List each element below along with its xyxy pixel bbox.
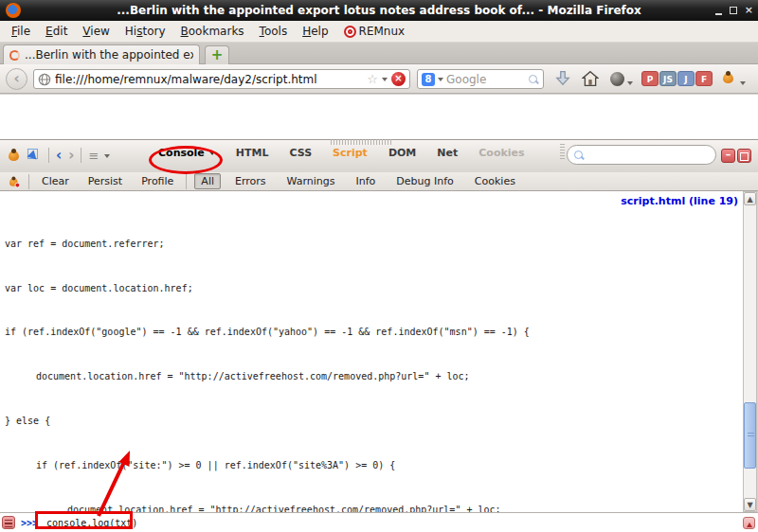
search-input[interactable]: Google: [446, 73, 525, 86]
menu-item[interactable]: Bookmarks: [173, 22, 252, 41]
extension-badge[interactable]: F: [695, 71, 713, 86]
menu-item-remnux[interactable]: REMnux: [336, 22, 413, 41]
firebug-toolbar-buttons: ‹ › ≡: [6, 148, 110, 163]
history-forward-icon[interactable]: ›: [68, 149, 74, 162]
bookmark-star-icon[interactable]: ☆: [367, 73, 378, 85]
identity-dropdown-icon[interactable]: [627, 81, 633, 88]
history-back-icon[interactable]: ‹: [56, 149, 62, 162]
tab-title: ...Berlin with the appointed exp...: [25, 48, 193, 62]
firebug-panel-tab[interactable]: Console: [158, 147, 215, 159]
console-scrollbar[interactable]: ▲ ▼: [743, 191, 757, 512]
panel-list-icon[interactable]: ≡: [88, 149, 98, 163]
console-filter-tabs: All Errors Warnings Info Debug Info Cook…: [194, 173, 522, 189]
code-line: document.location.href = "http://activef…: [5, 371, 626, 382]
tab-loading-spinner-icon: [9, 50, 20, 61]
firebug-detach-button[interactable]: [737, 149, 751, 163]
extension-badge[interactable]: P: [641, 71, 659, 86]
break-on-errors-icon[interactable]: [8, 176, 20, 186]
page-content: [0, 95, 758, 139]
console-filter-tab[interactable]: All: [194, 173, 221, 189]
url-input[interactable]: file:///home/remnux/malware/day2/script.…: [55, 73, 363, 86]
command-line-icon[interactable]: [2, 516, 15, 529]
maximize-window-icon[interactable]: [730, 7, 737, 14]
scroll-down-icon[interactable]: ▼: [744, 498, 756, 511]
console-action-button[interactable]: Clear: [37, 174, 74, 188]
home-icon[interactable]: [582, 70, 599, 87]
console-filter-tab[interactable]: Warnings: [280, 173, 342, 189]
scrollbar-thumb[interactable]: [744, 402, 756, 469]
separator: [28, 174, 29, 189]
search-engine-dropdown-icon[interactable]: [438, 78, 443, 84]
stop-button[interactable]: ×: [391, 72, 406, 86]
console-filter-tab[interactable]: Info: [350, 173, 383, 189]
code-line: if (ref.indexOf("google") == -1 && ref.i…: [5, 327, 626, 338]
back-button[interactable]: ‹: [6, 68, 27, 90]
error-dot-icon: [15, 182, 21, 187]
firebug-panel-tab[interactable]: Script: [333, 147, 368, 159]
panel-resize-grip[interactable]: [331, 139, 393, 145]
console-action-button[interactable]: Persist: [83, 174, 127, 188]
command-input[interactable]: console.log(txt): [46, 518, 137, 528]
firebug-panel-tab[interactable]: Cookies: [478, 147, 524, 159]
close-window-icon[interactable]: ×: [745, 6, 753, 15]
firebug-panel-tab[interactable]: Net: [437, 147, 458, 159]
console-filter-bar: Clear Persist Profile All Errors Warning…: [0, 172, 758, 191]
window-controls: ×: [715, 4, 753, 17]
expand-command-editor-button[interactable]: [743, 517, 755, 529]
code-line: document.location.href = "http://activef…: [5, 505, 626, 512]
url-bar[interactable]: file:///home/remnux/malware/day2/script.…: [33, 69, 410, 89]
toolbar-grip[interactable]: [560, 144, 565, 159]
firefox-logo-icon: [6, 3, 21, 18]
panel-list-dropdown-icon[interactable]: [104, 154, 110, 161]
console-filter-tab[interactable]: Debug Info: [389, 173, 460, 189]
separator: [81, 148, 81, 163]
console-code-block: var ref = document.referrer; var loc = d…: [5, 194, 626, 512]
menu-item[interactable]: Edit: [38, 22, 75, 41]
search-icon: [573, 150, 585, 161]
code-line: var loc = document.location.href;: [5, 283, 626, 294]
inspect-element-icon[interactable]: [27, 149, 42, 163]
separator: [186, 174, 187, 189]
extension-badge[interactable]: J: [677, 71, 695, 86]
search-bar[interactable]: 8 Google: [417, 69, 544, 89]
firebug-dropdown-icon[interactable]: [740, 81, 746, 88]
url-dropdown-icon[interactable]: [382, 78, 388, 84]
menu-item[interactable]: Tools: [252, 22, 296, 41]
remnux-label: REMnux: [359, 25, 406, 38]
code-line: var ref = document.referrer;: [5, 239, 626, 250]
window-title: ...Berlin with the appointed export lotu…: [0, 4, 758, 17]
source-file-link[interactable]: script.html (line 19): [621, 195, 738, 207]
firebug-panel-tab[interactable]: CSS: [289, 147, 312, 159]
firebug-panel-tab[interactable]: DOM: [388, 147, 416, 159]
console-filter-tab[interactable]: Cookies: [468, 173, 522, 189]
downloads-icon[interactable]: [554, 70, 571, 87]
menubar: File Edit View History Bookmarks Tools H…: [0, 21, 758, 43]
identity-globe-icon[interactable]: [610, 72, 624, 86]
command-prompt: >>>: [21, 518, 38, 528]
console-filter-tab[interactable]: Errors: [228, 173, 273, 189]
minimize-window-icon[interactable]: [715, 7, 722, 15]
navigation-toolbar: ‹ file:///home/remnux/malware/day2/scrip…: [0, 64, 758, 94]
firebug-minimize-button[interactable]: –: [721, 149, 735, 163]
firebug-search-box[interactable]: [567, 145, 716, 165]
firebug-panel-tabs: Console HTML CSS Script DOM Net Cookies: [158, 147, 525, 159]
menu-items: File Edit View History Bookmarks Tools H…: [4, 22, 336, 41]
menu-item[interactable]: View: [75, 22, 117, 41]
console-action-buttons: Clear Persist Profile: [37, 174, 178, 188]
console-action-button[interactable]: Profile: [136, 174, 178, 188]
tab-bar: ...Berlin with the appointed exp... +: [0, 43, 758, 64]
browser-tab[interactable]: ...Berlin with the appointed exp...: [3, 44, 200, 64]
extension-badge[interactable]: JS: [659, 71, 677, 86]
code-line: } else {: [5, 416, 626, 427]
menu-item[interactable]: Help: [295, 22, 335, 41]
menu-item[interactable]: History: [117, 22, 173, 41]
code-line: if (ref.indexOf("site:") >= 0 || ref.ind…: [5, 460, 626, 471]
firebug-panel-tab[interactable]: HTML: [236, 147, 269, 159]
firebug-menu-icon[interactable]: [6, 149, 21, 162]
menu-item[interactable]: File: [4, 22, 38, 41]
new-tab-button[interactable]: +: [205, 45, 229, 64]
search-icon[interactable]: [528, 74, 539, 85]
firefox-window: ...Berlin with the appointed export lotu…: [0, 0, 758, 532]
scroll-up-icon[interactable]: ▲: [744, 192, 756, 205]
google-engine-icon[interactable]: 8: [422, 73, 435, 86]
